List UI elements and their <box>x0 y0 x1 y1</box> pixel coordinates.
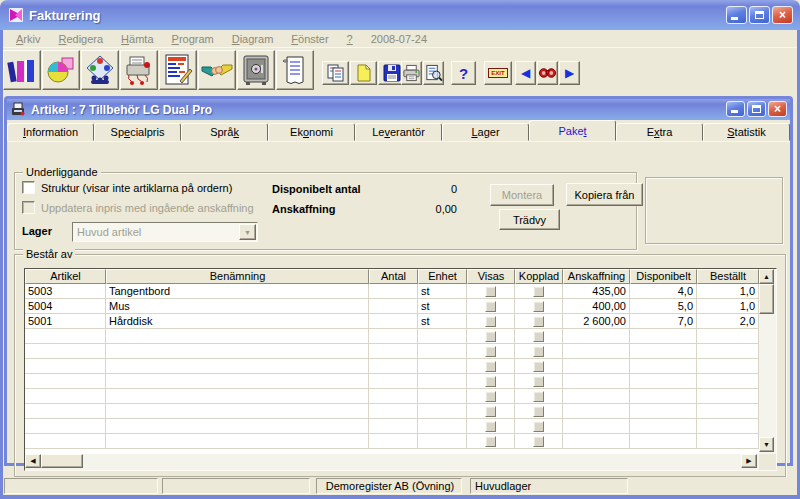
menu-item-help[interactable]: ? <box>338 31 362 47</box>
tab-statistik[interactable]: Statistik <box>703 123 790 141</box>
menu-item-diagram[interactable]: Diagram <box>223 31 283 47</box>
tab-specialpris[interactable]: Specialpris <box>94 123 181 141</box>
column-header-kopplad[interactable]: Kopplad <box>515 269 563 284</box>
visas-cell-button[interactable] <box>485 331 496 342</box>
kopplad-cell-button[interactable] <box>533 331 544 342</box>
horizontal-scroll-thumb[interactable] <box>41 454 83 468</box>
cell-artikel <box>25 374 106 388</box>
table-header-row: ArtikelBenämningAntalEnhetVisasKoppladAn… <box>25 269 759 284</box>
books-icon[interactable] <box>3 50 41 90</box>
cell-anskaffning <box>563 434 630 448</box>
horizontal-scrollbar[interactable]: ◀ ▶ <box>25 454 759 470</box>
menu-item-redigera[interactable]: Redigera <box>49 31 112 47</box>
cell-bestallt: 2,0 <box>697 314 759 328</box>
table-row <box>25 329 759 344</box>
pie-chart-icon[interactable] <box>42 50 80 90</box>
scroll-down-icon[interactable]: ▼ <box>759 437 774 452</box>
visas-cell-button[interactable] <box>485 316 496 327</box>
column-header-anskaffning[interactable]: Anskaffning <box>563 269 630 284</box>
tab-sprak[interactable]: Språk <box>181 123 268 141</box>
exit-icon[interactable]: EXIT <box>484 61 512 85</box>
visas-cell-button[interactable] <box>485 406 496 417</box>
print-icon[interactable] <box>401 61 422 85</box>
menu-item-hamta[interactable]: Hämta <box>112 31 162 47</box>
kopplad-cell-button[interactable] <box>533 436 544 447</box>
find-icon[interactable] <box>537 61 558 85</box>
visas-cell-button[interactable] <box>485 391 496 402</box>
cell-anskaffning: 400,00 <box>563 299 630 313</box>
column-header-artikel[interactable]: Artikel <box>25 269 106 284</box>
menu-item-arkiv[interactable]: Arkiv <box>7 31 49 47</box>
kopplad-cell-button[interactable] <box>533 346 544 357</box>
scroll-left-icon[interactable]: ◀ <box>25 454 41 468</box>
scroll-right-icon[interactable]: ▶ <box>741 454 757 468</box>
kopplad-cell-button[interactable] <box>533 301 544 312</box>
tab-leverantor[interactable]: Leverantör <box>355 123 442 141</box>
column-header-visas[interactable]: Visas <box>467 269 515 284</box>
tradvy-button[interactable]: Trädvy <box>499 209 560 230</box>
kopplad-cell-button[interactable] <box>533 286 544 297</box>
main-titlebar[interactable]: Fakturering × <box>0 0 800 30</box>
maximize-button[interactable] <box>749 6 770 24</box>
tab-paket[interactable]: Paket <box>529 120 616 141</box>
cell-disponibelt: 7,0 <box>630 314 697 328</box>
visas-cell-button[interactable] <box>485 436 496 447</box>
column-header-enhet[interactable]: Enhet <box>418 269 467 284</box>
print-preview-icon[interactable] <box>423 61 444 85</box>
menu-item-program[interactable]: Program <box>163 31 223 47</box>
new-document-icon[interactable] <box>350 61 377 85</box>
visas-cell-button[interactable] <box>485 376 496 387</box>
cell-benamning <box>106 389 369 403</box>
order-cart-icon[interactable] <box>120 50 158 90</box>
struktur-checkbox[interactable] <box>22 181 35 194</box>
table-row[interactable]: 5003Tangentbordst435,004,01,0 <box>25 284 759 299</box>
close-button[interactable]: × <box>772 6 793 24</box>
vertical-scrollbar[interactable]: ▲ ▼ <box>759 269 776 454</box>
column-header-disponibelt[interactable]: Disponibelt <box>630 269 697 284</box>
anskaffning-label: Anskaffning <box>272 203 336 215</box>
previous-icon[interactable]: ◀ <box>515 61 536 85</box>
minimize-button[interactable] <box>726 6 747 24</box>
kopplad-cell-button[interactable] <box>533 391 544 402</box>
tab-strip: InformationSpecialprisSpråkEkonomiLevera… <box>7 122 790 141</box>
kopiera-fran-button[interactable]: Kopiera från <box>566 183 643 206</box>
copy-icon[interactable] <box>322 61 349 85</box>
tab-lager[interactable]: Lager <box>442 123 529 141</box>
cell-bestallt <box>697 419 759 433</box>
next-icon[interactable]: ▶ <box>559 61 580 85</box>
ledger-icon[interactable] <box>276 50 314 90</box>
visas-cell-button[interactable] <box>485 361 496 372</box>
kopplad-cell-button[interactable] <box>533 376 544 387</box>
help-icon[interactable]: ? <box>451 61 476 85</box>
tab-ekonomi[interactable]: Ekonomi <box>268 123 355 141</box>
table-row[interactable]: 5004Musst400,005,01,0 <box>25 299 759 314</box>
child-minimize-button[interactable] <box>726 101 745 117</box>
document-list-icon[interactable] <box>159 50 197 90</box>
visas-cell-button[interactable] <box>485 421 496 432</box>
network-icon[interactable] <box>81 50 119 90</box>
tab-information[interactable]: Information <box>7 123 94 141</box>
article-titlebar[interactable]: Artikel : 7 Tillbehör LG Dual Pro × <box>7 99 790 120</box>
kopplad-cell-button[interactable] <box>533 406 544 417</box>
handshake-icon[interactable] <box>198 50 236 90</box>
column-header-antal[interactable]: Antal <box>369 269 418 284</box>
child-maximize-button[interactable] <box>747 101 766 117</box>
menu-item-fonster[interactable]: Fönster <box>282 31 337 47</box>
kopplad-cell-button[interactable] <box>533 361 544 372</box>
column-header-bestallt[interactable]: Beställt <box>697 269 759 284</box>
safe-icon[interactable] <box>237 50 275 90</box>
cell-artikel <box>25 419 106 433</box>
column-header-benamning[interactable]: Benämning <box>106 269 369 284</box>
kopplad-cell-button[interactable] <box>533 316 544 327</box>
visas-cell-button[interactable] <box>485 346 496 357</box>
cell-anskaffning <box>563 329 630 343</box>
scroll-up-icon[interactable]: ▲ <box>759 269 774 284</box>
tab-extra[interactable]: Extra <box>616 123 703 141</box>
table-row[interactable]: 5001Hårddiskst2 600,007,02,0 <box>25 314 759 329</box>
scrollbar-corner <box>759 454 776 470</box>
visas-cell-button[interactable] <box>485 301 496 312</box>
visas-cell-button[interactable] <box>485 286 496 297</box>
kopplad-cell-button[interactable] <box>533 421 544 432</box>
child-close-button[interactable]: × <box>768 101 787 117</box>
vertical-scroll-thumb[interactable] <box>759 284 774 314</box>
